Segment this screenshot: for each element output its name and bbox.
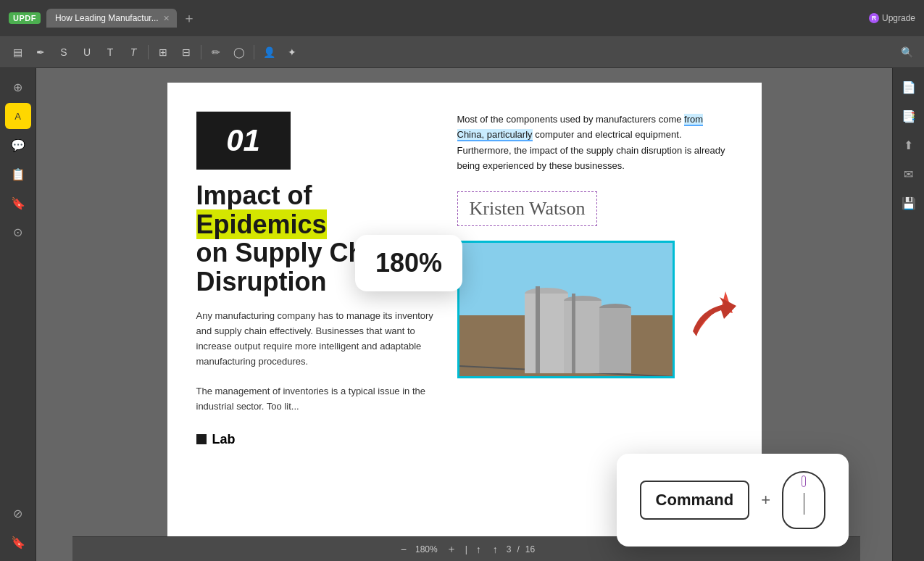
- tool-box[interactable]: ⊞: [153, 42, 173, 62]
- sidebar-icon-layers[interactable]: ⊘: [5, 500, 31, 526]
- tool-box2[interactable]: ⊟: [176, 42, 196, 62]
- active-tab[interactable]: How Leading Manufactur... ✕: [46, 9, 177, 28]
- right-sidebar: 📄 📑 ⬆ ✉ 💾: [892, 68, 924, 561]
- page-slash: /: [517, 544, 520, 554]
- label-square: [196, 434, 207, 444]
- sidebar-icon-clipboard[interactable]: 📋: [5, 161, 31, 187]
- tool-highlight[interactable]: ▤: [7, 42, 28, 62]
- page-number-box: 01: [196, 112, 291, 170]
- updf-logo: UPDF: [9, 12, 41, 24]
- svg-rect-10: [536, 286, 540, 373]
- zoom-value: 180%: [375, 248, 442, 278]
- headline-line2: Epidemics: [196, 209, 327, 239]
- tool-stamp[interactable]: ✦: [282, 42, 302, 62]
- page-current: 3: [507, 544, 512, 554]
- page-total: 16: [525, 544, 535, 554]
- mouse-icon: [782, 471, 825, 529]
- tool-pencil[interactable]: ✏: [206, 42, 226, 62]
- toolbar: ▤ ✒ S U T T ⊞ ⊟ ✏ ◯ 👤 ✦ 🔍: [0, 36, 924, 68]
- signature-container: Kristen Watson: [457, 183, 733, 235]
- signature-box: Kristen Watson: [457, 191, 598, 226]
- command-key-label: Command: [640, 481, 750, 520]
- page-separator: |: [465, 544, 467, 554]
- page-right-column: Most of the components used by manufactu…: [457, 112, 733, 378]
- tool-text2[interactable]: T: [123, 42, 143, 62]
- right-sidebar-icon-upload[interactable]: ⬆: [896, 132, 922, 158]
- toolbar-separator-2: [201, 45, 201, 59]
- label-text: Lab: [212, 432, 236, 447]
- titlebar: UPDF How Leading Manufactur... ✕ ＋ R Upg…: [0, 0, 924, 36]
- plus-icon: +: [761, 491, 770, 510]
- tab-close-icon[interactable]: ✕: [163, 14, 170, 23]
- tool-strikethrough[interactable]: S: [54, 42, 74, 62]
- tab-add-icon[interactable]: ＋: [180, 9, 199, 27]
- tool-text[interactable]: T: [100, 42, 120, 62]
- upgrade-dot: R: [869, 13, 879, 23]
- sidebar-icon-comment[interactable]: 💬: [5, 132, 31, 158]
- image-container: [457, 241, 733, 378]
- mouse-divider: [804, 493, 804, 515]
- tab-area: How Leading Manufactur... ✕ ＋: [46, 9, 863, 28]
- zoom-percentage: 180%: [415, 544, 438, 554]
- right-sidebar-icon-file[interactable]: 📄: [896, 74, 922, 100]
- upgrade-label: Upgrade: [882, 13, 915, 23]
- sidebar-icon-search[interactable]: ⊙: [5, 219, 31, 245]
- silo-img-content: [459, 243, 673, 376]
- zoom-out-button[interactable]: −: [398, 542, 409, 557]
- silo-image: [457, 241, 675, 378]
- signature-text: Kristen Watson: [470, 198, 586, 219]
- tool-user[interactable]: 👤: [259, 42, 279, 62]
- upgrade-button[interactable]: R Upgrade: [869, 13, 915, 23]
- main-area: ⊕ A 💬 📋 🔖 ⊙ ⊘ 🔖 180% 01 Impact of Epidem…: [0, 68, 924, 561]
- sidebar-icon-edit[interactable]: A: [5, 103, 31, 129]
- svg-rect-5: [525, 294, 568, 373]
- svg-line-3: [459, 377, 675, 378]
- search-icon[interactable]: 🔍: [896, 42, 917, 62]
- tool-underline[interactable]: U: [77, 42, 97, 62]
- headline-line4: Disruption: [196, 267, 327, 296]
- arrow-decoration: [682, 284, 740, 345]
- sidebar-icon-bookmark[interactable]: 🔖: [5, 190, 31, 216]
- svg-rect-9: [599, 308, 631, 373]
- next-page-button[interactable]: ↑: [490, 542, 501, 557]
- svg-rect-11: [572, 294, 575, 373]
- right-sidebar-icon-save[interactable]: 💾: [896, 190, 922, 216]
- mouse-scroll-wheel: [802, 475, 806, 487]
- zoom-badge: 180%: [355, 235, 462, 291]
- zoom-in-button[interactable]: ＋: [444, 541, 459, 557]
- right-sidebar-icon-mail[interactable]: ✉: [896, 161, 922, 187]
- silo-svg: [459, 243, 675, 378]
- body-para1: Any manufacturing company has to manage …: [196, 309, 443, 369]
- sidebar-icon-upload[interactable]: ⊕: [5, 74, 31, 100]
- left-sidebar: ⊕ A 💬 📋 🔖 ⊙ ⊘ 🔖: [0, 68, 36, 561]
- highlighted-text: from China, particularly: [457, 114, 704, 141]
- prev-page-button[interactable]: ↑: [473, 542, 484, 557]
- command-tooltip: Command +: [617, 454, 849, 547]
- tool-shape[interactable]: ◯: [229, 42, 249, 62]
- toolbar-separator-3: [254, 45, 254, 59]
- sidebar-icon-save[interactable]: 🔖: [5, 529, 31, 555]
- svg-rect-7: [564, 301, 602, 373]
- label-area: Lab: [196, 432, 443, 447]
- arrow-svg: [682, 284, 740, 342]
- tab-title: How Leading Manufactur...: [55, 13, 159, 23]
- headline-line1: Impact of: [196, 180, 312, 210]
- toolbar-separator-1: [148, 45, 149, 59]
- right-sidebar-icon-pages[interactable]: 📑: [896, 103, 922, 129]
- tool-pen[interactable]: ✒: [30, 42, 51, 62]
- body-paragraph-1: Any manufacturing company has to manage …: [196, 309, 443, 415]
- doc-area: 180% 01 Impact of Epidemics on Supply Ch…: [36, 68, 892, 561]
- right-body-text: Most of the components used by manufactu…: [457, 112, 733, 174]
- body-para2: The management of inventories is a typic…: [196, 384, 443, 415]
